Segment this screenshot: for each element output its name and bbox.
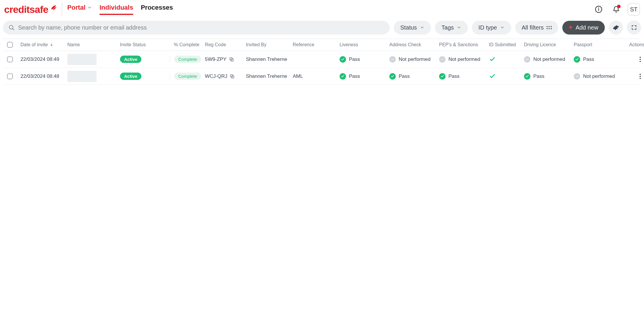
col-date-label: Date of invite (20, 42, 48, 47)
expand-icon (631, 25, 637, 30)
gear-icon (613, 24, 619, 31)
filter-status-label: Status (400, 24, 417, 31)
reg-code-text: WCJ-QRJ (205, 73, 227, 79)
col-name[interactable]: Name (67, 42, 120, 47)
copy-icon[interactable] (229, 74, 235, 79)
filter-bar: Status Tags ID type All filters + Add ne… (0, 18, 644, 39)
brand-leaf-icon (50, 4, 56, 11)
cell-pct: Complete (170, 73, 205, 80)
nav-individuals-label: Individuals (100, 4, 133, 11)
individuals-table: Date of invite Name Invite Status % Comp… (3, 39, 641, 85)
col-invitedby-label: Invited By (246, 42, 266, 47)
settings-button[interactable] (609, 20, 623, 35)
col-address-label: Address Check (389, 42, 421, 47)
status-text: Not performed (448, 56, 480, 62)
filter-idtype-label: ID type (478, 24, 497, 31)
status-text: Pass (583, 56, 594, 62)
table-row[interactable]: 22/03/2024 08:49 Active Complete 5W9-ZPY… (3, 51, 641, 68)
cell-date: 22/03/2024 08:49 (20, 56, 67, 62)
status-text: Not performed (583, 73, 615, 79)
col-passport[interactable]: Passport (574, 42, 624, 47)
avatar-button[interactable]: ST (628, 3, 640, 16)
col-pep[interactable]: PEP's & Sanctions (439, 42, 489, 47)
col-pct[interactable]: % Complete (170, 42, 205, 47)
col-pct-label: % Complete (174, 42, 199, 47)
cell-date: 22/03/2024 08:48 (20, 73, 67, 79)
col-reference[interactable]: Reference (293, 42, 340, 47)
filter-all[interactable]: All filters (515, 21, 559, 35)
col-reg[interactable]: Reg Code (205, 42, 246, 47)
col-driving-label: Driving Licence (524, 42, 556, 47)
pass-icon (340, 73, 346, 80)
col-invited-by[interactable]: Invited By (246, 42, 293, 47)
col-name-label: Name (67, 42, 80, 47)
cell-actions (624, 55, 644, 64)
add-new-button[interactable]: + Add new (562, 21, 605, 35)
col-actions-label: Actions (629, 42, 644, 47)
nav-processes-label: Processes (141, 4, 173, 11)
nav-portal[interactable]: Portal (67, 4, 92, 15)
chevron-down-icon (500, 25, 505, 30)
svg-rect-2 (598, 9, 599, 11)
cell-name (67, 71, 120, 82)
notification-badge (617, 5, 621, 8)
col-passport-label: Passport (574, 42, 592, 47)
search-field[interactable] (3, 21, 390, 35)
col-driving[interactable]: Driving Licence (524, 42, 574, 47)
table-header: Date of invite Name Invite Status % Comp… (3, 39, 641, 51)
check-icon (489, 73, 496, 80)
row-actions-menu[interactable] (636, 55, 644, 64)
cell-invite-status: Active (120, 73, 170, 80)
col-invite-status[interactable]: Invite Status (120, 42, 170, 47)
cell-reg: 5W9-ZPY (205, 56, 246, 62)
row-checkbox[interactable] (7, 56, 13, 62)
chevron-down-icon (420, 25, 424, 30)
nav-individuals[interactable]: Individuals (100, 4, 133, 15)
cell-driving: Not performed (524, 56, 574, 63)
chevron-down-icon (87, 5, 92, 10)
select-all-checkbox[interactable] (7, 42, 13, 48)
cell-name (67, 54, 120, 65)
name-redacted (67, 71, 97, 82)
table-row[interactable]: 22/03/2024 08:48 Active Complete WCJ-QRJ… (3, 68, 641, 85)
cell-passport: Not performed (574, 73, 624, 80)
notifications-button[interactable] (610, 3, 622, 16)
copy-icon[interactable] (229, 57, 234, 62)
info-button[interactable] (592, 3, 605, 16)
status-pill: Active (120, 73, 141, 80)
cell-id-submitted (489, 73, 524, 80)
nav-processes[interactable]: Processes (141, 4, 173, 15)
nav-portal-label: Portal (67, 4, 85, 11)
cell-invited-by: Shannen Treherne (246, 73, 293, 79)
cell-invited-by: Shannen Treherne (246, 56, 293, 62)
name-redacted (67, 54, 97, 65)
avatar-initials: ST (630, 6, 638, 13)
col-date[interactable]: Date of invite (20, 42, 67, 47)
brand-logo: creditsafe (4, 4, 56, 15)
reg-code-text: 5W9-ZPY (205, 56, 227, 62)
col-reference-label: Reference (293, 42, 314, 47)
status-text: Pass (533, 73, 544, 79)
col-liveness[interactable]: Liveness (340, 42, 389, 47)
cell-invite-status: Active (120, 56, 170, 63)
col-address[interactable]: Address Check (389, 42, 439, 47)
row-actions-menu[interactable] (636, 72, 644, 81)
add-new-label: Add new (576, 24, 598, 31)
search-icon (8, 24, 15, 31)
col-id-submitted[interactable]: ID Submitted (489, 42, 524, 47)
pass-icon (439, 73, 446, 80)
cell-actions (624, 72, 644, 81)
not-performed-icon (389, 56, 396, 63)
filter-status[interactable]: Status (394, 21, 431, 35)
pass-icon (389, 73, 396, 80)
not-performed-icon (574, 73, 580, 80)
status-text: Pass (349, 56, 360, 62)
search-input[interactable] (18, 24, 384, 31)
filter-tags[interactable]: Tags (435, 21, 468, 35)
filter-id-type[interactable]: ID type (472, 21, 511, 35)
col-idsub-label: ID Submitted (489, 42, 516, 47)
pass-icon (340, 56, 346, 63)
not-performed-icon (439, 56, 446, 63)
row-checkbox[interactable] (7, 73, 13, 79)
fullscreen-button[interactable] (627, 20, 641, 35)
